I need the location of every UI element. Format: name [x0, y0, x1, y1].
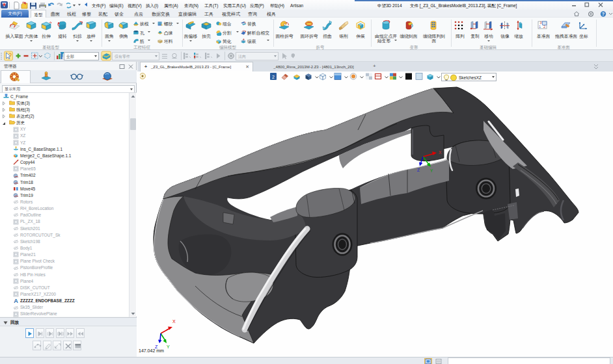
svg-text:Z: Z [417, 168, 420, 172]
svg-text:Y: Y [167, 344, 170, 349]
svg-text:A: A [14, 298, 18, 304]
svg-text:X: X [172, 319, 176, 324]
svg-text:X: X [439, 150, 442, 155]
svg-text:Z: Z [155, 344, 158, 349]
svg-text:Y: Y [430, 168, 433, 173]
